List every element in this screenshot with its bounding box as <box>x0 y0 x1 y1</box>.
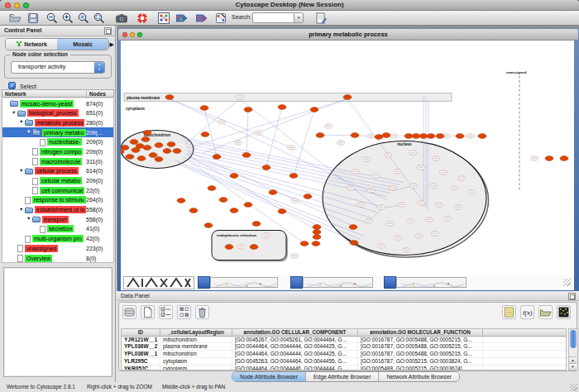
gene-node-selected[interactable] <box>200 106 208 111</box>
table-row[interactable]: YPL036W__1mitochondrion[GO:0044464, GO:0… <box>122 351 566 358</box>
tree-row[interactable]: unassigned223(0) <box>2 243 113 253</box>
gene-node-selected[interactable] <box>300 241 309 246</box>
gene-node-selected[interactable] <box>126 155 134 160</box>
gene-node-selected[interactable] <box>375 135 383 140</box>
gene-node-unselected[interactable] <box>357 203 365 207</box>
gene-node-selected[interactable] <box>149 153 157 158</box>
tree-row[interactable]: ▼transport558(0) <box>2 214 113 224</box>
gene-node-selected[interactable] <box>290 174 298 179</box>
table-cell[interactable]: plasma membrane <box>160 343 232 351</box>
create-view-alt-icon[interactable] <box>195 12 208 25</box>
gene-node-unselected[interactable] <box>363 157 371 161</box>
gene-node-unselected[interactable] <box>235 141 242 145</box>
gene-node-unselected[interactable] <box>373 174 380 178</box>
minimized-window[interactable] <box>210 277 278 288</box>
open-file-icon[interactable] <box>8 12 22 25</box>
float-panel-icon[interactable] <box>568 293 576 300</box>
gene-node-unselected[interactable] <box>386 222 394 226</box>
gene-node-selected[interactable] <box>419 134 428 139</box>
expand-arrow-icon[interactable]: ▼ <box>19 168 23 173</box>
tab-network-attribute-browser[interactable]: Network Attribute Browser <box>379 372 459 381</box>
table-cell[interactable]: [GO:0045263, GO:0044464, GO:0044455, G..… <box>232 358 358 366</box>
zoom-selected-icon[interactable] <box>77 12 90 25</box>
table-row[interactable]: YPL036W__2plasma membrane[GO:0044464, GO… <box>122 343 566 351</box>
gene-node-selected[interactable] <box>230 208 238 213</box>
scrollbar-thumb[interactable] <box>570 330 577 348</box>
expand-arrow-icon[interactable]: ▼ <box>26 216 31 221</box>
gene-node-selected[interactable] <box>278 209 286 214</box>
notes-icon[interactable] <box>502 305 516 319</box>
gene-node-unselected[interactable] <box>403 248 410 252</box>
gene-node-selected[interactable] <box>141 137 150 142</box>
table-cell[interactable]: YKR052C <box>122 366 160 370</box>
table-cell[interactable]: YLR295C <box>122 358 160 366</box>
gene-node-selected[interactable] <box>382 133 390 138</box>
minimized-window[interactable] <box>303 277 373 288</box>
gene-node-unselected[interactable] <box>433 156 440 160</box>
birds-eye-view[interactable] <box>3 267 112 377</box>
search-dropdown-arrow-icon[interactable]: ▾ <box>294 13 303 22</box>
gene-node-selected[interactable] <box>545 156 553 161</box>
table-cell[interactable]: [GO:0005488, GO:0005215, GO:0003674] <box>358 366 483 370</box>
gene-node-selected[interactable] <box>304 194 312 199</box>
tree-row[interactable]: response to stimulu264(0) <box>2 195 113 205</box>
gene-node-selected[interactable] <box>350 241 358 246</box>
table-cell[interactable]: [GO:0044464, GO:0044444, GO:0044425, G..… <box>232 343 358 351</box>
snapshot-camera-icon[interactable] <box>115 12 128 25</box>
gene-node-selected[interactable] <box>351 133 359 138</box>
float-panel-icon[interactable] <box>104 27 112 35</box>
gene-node-unselected[interactable] <box>366 219 373 223</box>
gene-node-unselected[interactable] <box>292 198 299 203</box>
gene-node-selected[interactable] <box>404 134 413 139</box>
save-session-icon[interactable] <box>26 12 40 25</box>
tree-row[interactable]: nitrogen compo209(0) <box>2 146 113 156</box>
select-attributes-icon[interactable] <box>122 305 136 319</box>
gene-node-selected[interactable] <box>177 198 185 203</box>
tab-edge-attribute-browser[interactable]: Edge Attribute Browser <box>306 372 380 381</box>
gene-node-selected[interactable] <box>242 153 251 158</box>
import-attributes-icon[interactable] <box>538 305 553 319</box>
gene-node-unselected[interactable] <box>238 245 246 249</box>
gene-node-selected[interactable] <box>312 241 320 246</box>
network-view-titlebar[interactable]: primary metabolic process <box>118 29 578 41</box>
zoom-out-icon[interactable] <box>45 12 59 25</box>
table-scrollbar[interactable]: ▲ ▼ <box>568 328 578 370</box>
destroy-view-icon[interactable] <box>214 12 227 25</box>
gene-node-unselected[interactable] <box>418 201 425 205</box>
minimized-window-icon[interactable] <box>384 276 396 289</box>
formula-icon[interactable]: f(x) <box>520 305 534 319</box>
gene-node-selected[interactable] <box>136 144 144 149</box>
table-cell[interactable]: [GO:0044464, GO:0044446, GO:0044444, G..… <box>232 366 358 370</box>
gene-node-unselected[interactable] <box>352 170 360 174</box>
expand-arrow-icon[interactable]: ▼ <box>26 129 31 134</box>
gene-node-selected[interactable] <box>412 134 420 139</box>
gene-node-unselected[interactable] <box>378 205 385 209</box>
gene-node-unselected[interactable] <box>451 186 458 190</box>
gene-node-unselected[interactable] <box>255 131 262 135</box>
tree-row[interactable]: macromolecule311(0) <box>2 156 113 166</box>
gene-node-unselected[interactable] <box>288 146 295 150</box>
gene-node-unselected[interactable] <box>337 141 345 145</box>
gene-node-selected[interactable] <box>436 134 444 139</box>
gene-node-selected[interactable] <box>143 131 151 136</box>
control-panel-tab-network[interactable]: Network <box>6 39 57 50</box>
gene-node-unselected[interactable] <box>415 234 423 238</box>
gene-node-selected[interactable] <box>230 174 238 179</box>
search-input[interactable]: ▾ <box>252 12 304 23</box>
dropdown-stepper-icon[interactable]: ▴▾ <box>94 62 104 73</box>
gene-node-selected[interactable] <box>269 190 277 195</box>
gene-node-selected[interactable] <box>478 134 486 139</box>
table-cell[interactable]: cytoplasm <box>160 366 232 370</box>
gene-node-unselected[interactable] <box>291 254 299 258</box>
gene-node-unselected[interactable] <box>347 186 355 190</box>
gene-node-selected[interactable] <box>204 223 213 228</box>
gene-node-selected[interactable] <box>137 156 146 161</box>
expand-arrow-icon[interactable]: ▼ <box>19 207 23 212</box>
gene-node-unselected[interactable] <box>436 203 443 207</box>
tree-row[interactable]: Overview8(0) <box>2 253 113 263</box>
gene-node-selected[interactable] <box>313 230 321 235</box>
zoom-fit-icon[interactable] <box>93 12 106 25</box>
gene-node-unselected[interactable] <box>378 244 385 248</box>
gene-node-selected[interactable] <box>313 225 321 230</box>
gene-node-unselected[interactable] <box>390 186 397 190</box>
